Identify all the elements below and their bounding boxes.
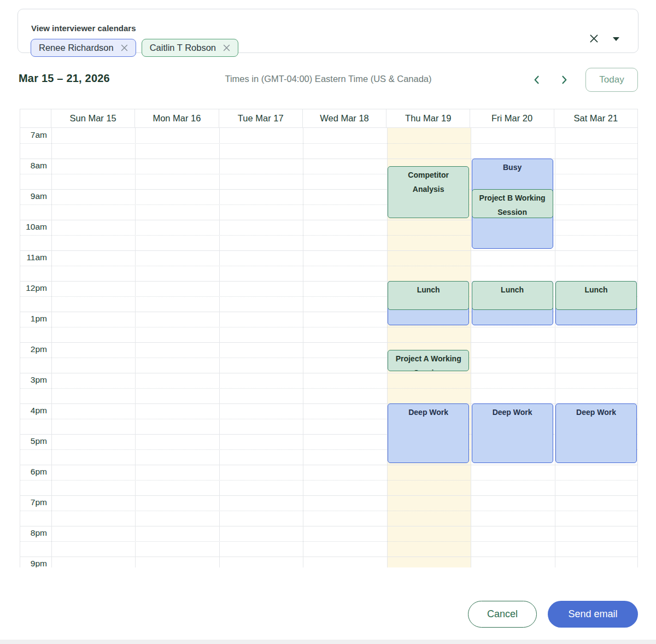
chevron-right-icon[interactable] xyxy=(557,73,571,87)
filter-card-title: View interviewer calendars xyxy=(31,24,136,33)
calendar-event[interactable]: Deep Work xyxy=(555,403,637,463)
cancel-button[interactable]: Cancel xyxy=(468,601,537,628)
calendar-event[interactable]: Lunch xyxy=(555,281,637,310)
time-label: 7pm xyxy=(20,497,47,507)
day-header: Sat Mar 21 xyxy=(554,109,637,127)
day-column-gridline xyxy=(555,128,555,567)
interviewer-chip-label: Caitlin T Robson xyxy=(150,43,216,53)
event-title: Deep Work xyxy=(493,408,532,417)
time-gutter-header xyxy=(20,109,51,127)
time-label: 12pm xyxy=(20,283,47,293)
event-title: Deep Work xyxy=(576,408,616,417)
half-hour-gridline xyxy=(20,358,637,358)
time-label: 6pm xyxy=(20,467,47,477)
calendar-grid: 7am8am9am10am11am12pm1pm2pm3pm4pm5pm6pm7… xyxy=(20,128,637,567)
time-label: 4pm xyxy=(20,406,47,415)
hour-gridline xyxy=(20,250,637,251)
calendar-event[interactable]: Project B Working Session xyxy=(472,189,553,218)
calendar-day-header-row: Sun Mar 15Mon Mar 16Tue Mar 17Wed Mar 18… xyxy=(20,109,637,128)
half-hour-gridline xyxy=(20,266,637,266)
day-header: Wed Mar 18 xyxy=(303,109,386,127)
hour-gridline xyxy=(20,465,637,465)
day-header: Tue Mar 17 xyxy=(219,109,303,127)
day-column-gridline xyxy=(471,128,471,567)
calendar-event[interactable]: Deep Work xyxy=(388,403,469,463)
view-interviewer-calendars-dialog: View interviewer calendars Renee Richard… xyxy=(0,0,656,644)
today-button[interactable]: Today xyxy=(585,68,638,92)
week-calendar: Sun Mar 15Mon Mar 16Tue Mar 17Wed Mar 18… xyxy=(20,109,638,567)
event-title: Project B Working Session xyxy=(479,194,546,216)
half-hour-gridline xyxy=(20,541,637,542)
close-icon[interactable] xyxy=(588,33,600,46)
time-label: 7am xyxy=(20,130,47,140)
day-header: Fri Mar 20 xyxy=(470,109,554,127)
calendar-event[interactable]: Competitor Analysis xyxy=(388,166,469,218)
time-label: 2pm xyxy=(20,344,47,354)
timezone-note: Times in (GMT-04:00) Eastern Time (US & … xyxy=(19,74,638,84)
event-title: Busy xyxy=(503,163,522,172)
event-title: Deep Work xyxy=(408,408,448,417)
calendar-event[interactable]: Project A Working Session xyxy=(388,350,469,371)
send-email-button[interactable]: Send email xyxy=(548,601,638,628)
time-label: 9am xyxy=(20,191,47,201)
half-hour-gridline xyxy=(20,388,637,389)
interviewer-chip: Caitlin T Robson xyxy=(142,39,238,57)
hour-gridline xyxy=(20,373,637,373)
hour-gridline xyxy=(20,526,637,526)
event-title: Project A Working Session xyxy=(396,354,461,371)
calendar-toolbar: Mar 15 – 21, 2026 Times in (GMT-04:00) E… xyxy=(19,68,638,93)
remove-chip-x-icon[interactable] xyxy=(120,43,129,52)
day-column-gridline xyxy=(135,128,136,567)
hour-gridline xyxy=(20,557,637,557)
day-header: Sun Mar 15 xyxy=(51,109,135,127)
time-label: 3pm xyxy=(20,375,47,385)
event-title: Lunch xyxy=(585,285,608,294)
day-column-gridline xyxy=(51,128,52,567)
calendar-event[interactable]: Lunch xyxy=(472,281,553,310)
calendar-event[interactable]: Lunch xyxy=(388,281,469,310)
time-label: 11am xyxy=(20,253,47,262)
hour-gridline xyxy=(20,495,637,496)
time-label: 1pm xyxy=(20,314,47,324)
interviewer-chip: Renee Richardson xyxy=(31,39,136,57)
half-hour-gridline xyxy=(20,143,637,144)
event-title: Competitor Analysis xyxy=(408,171,449,194)
interviewer-filter-card: View interviewer calendars Renee Richard… xyxy=(17,9,639,53)
remove-chip-x-icon[interactable] xyxy=(222,43,231,52)
page-bottom-strip xyxy=(0,640,656,644)
time-label: 5pm xyxy=(20,436,47,446)
half-hour-gridline xyxy=(20,511,637,511)
caret-down-icon[interactable] xyxy=(612,36,620,44)
interviewer-chip-label: Renee Richardson xyxy=(39,43,114,53)
day-header: Mon Mar 16 xyxy=(135,109,219,127)
hour-gridline xyxy=(20,342,637,343)
half-hour-gridline xyxy=(20,327,637,327)
time-label: 9pm xyxy=(20,559,47,567)
half-hour-gridline xyxy=(20,480,637,481)
interviewer-chip-list: Renee RichardsonCaitlin T Robson xyxy=(31,39,238,57)
day-column-gridline xyxy=(219,128,220,567)
day-header: Thu Mar 19 xyxy=(386,109,470,127)
time-label: 10am xyxy=(20,222,47,232)
calendar-event[interactable]: Deep Work xyxy=(472,403,553,463)
day-column-gridline xyxy=(303,128,303,567)
time-label: 8am xyxy=(20,161,47,171)
time-label: 8pm xyxy=(20,528,47,538)
event-title: Lunch xyxy=(501,285,524,294)
chevron-left-icon[interactable] xyxy=(530,73,544,87)
event-title: Lunch xyxy=(417,285,440,294)
